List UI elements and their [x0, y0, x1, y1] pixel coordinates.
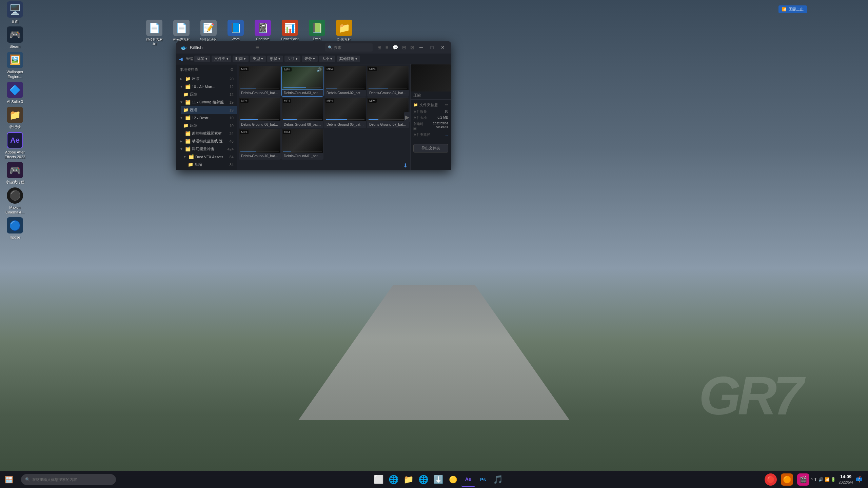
start-button[interactable]: 🪟: [3, 473, 15, 486]
filter-other[interactable]: 其他筛选 ▾: [337, 56, 360, 62]
wallpaper-icon-img: 🖼️: [7, 52, 23, 68]
folder-icon-destr: 🗂️: [185, 115, 191, 120]
taskbar-search-input[interactable]: [32, 477, 112, 482]
filter-tags[interactable]: 标签 ▾: [194, 56, 210, 62]
media-label-m5: Debris-Ground-06_batch: [239, 121, 280, 128]
back-icon[interactable]: ◀: [179, 56, 183, 62]
taskbar-app-taskview[interactable]: ⬜: [372, 472, 386, 487]
sidebar-item-compress-cyborg[interactable]: 📁 压缩 19: [181, 106, 237, 114]
taskbar-app-edge2[interactable]: 🌐: [416, 472, 431, 487]
dock-app-pink[interactable]: 🎬: [797, 473, 809, 486]
file-path-key: 文件夹路径: [413, 133, 430, 137]
grid-icon[interactable]: ⊞: [377, 45, 381, 50]
desktop-icon-illpose[interactable]: 🔵 lllpose: [1, 216, 28, 241]
sidebar-item-compress-airman[interactable]: 📁 压缩 12: [181, 90, 237, 98]
media-item-m6[interactable]: MP4 Debris-Ground-08_batch: [281, 97, 323, 128]
desktop-icon-label: 桌面: [11, 19, 19, 24]
sidebar-item-compress-destr[interactable]: 📁 压缩 10: [181, 122, 237, 129]
desktop-icon-ae[interactable]: Ae Adobe AfterEffects 2022: [1, 131, 28, 161]
top-app-img: 📄: [146, 20, 162, 36]
content-area: MP4 Debris-Ground-09_batch MP4 🔊 Debris-…: [237, 64, 410, 170]
list-icon[interactable]: ≡: [386, 45, 388, 50]
taskbar-app-downloads[interactable]: ⬇️: [431, 472, 446, 487]
desktop-icon-aisuite[interactable]: 🔷 AI Suite 3: [1, 80, 28, 105]
media-badge-m2: MP4: [283, 67, 292, 72]
sidebar-item-animevfx[interactable]: ▶ 🗂️ 动漫特效蓝跑线 速... 46: [176, 137, 237, 145]
illpose-icon-img: 🔵: [7, 217, 23, 233]
media-item-m10[interactable]: MP4 Debris-Ground-01_batch: [281, 129, 323, 160]
media-item-m8[interactable]: MP4 Debris-Ground-07_batch: [367, 97, 409, 128]
media-item-m1[interactable]: MP4 Debris-Ground-09_batch: [239, 66, 281, 97]
taskbar-app-media[interactable]: 🎵: [491, 472, 505, 487]
taskbar-app-chrome[interactable]: 🟡: [446, 472, 460, 487]
top-app-img7: 📗: [309, 20, 325, 36]
media-item-m4[interactable]: MP4 Debris-Ground-04_batch: [367, 66, 409, 97]
desktop-icon-records[interactable]: 📁 收纪录: [1, 105, 28, 130]
filter-size[interactable]: 尺寸 ▾: [284, 56, 300, 62]
file-info-title-text: 文件夹信息: [419, 102, 438, 107]
cols-icon[interactable]: ⊟: [402, 45, 406, 50]
tray-notification[interactable]: 📫: [856, 476, 863, 483]
taskbar-app-explorer[interactable]: 📁: [401, 472, 416, 487]
sidebar-item-scifi[interactable]: ▼ 🗂️ 科幻能量冲击... 424: [176, 145, 237, 153]
sidebar-item-cyborg[interactable]: ▼ 🗂️ 11 - Cyborg 编射服 19: [176, 98, 237, 106]
sidebar-item-destr[interactable]: ▼ 🗂️ 12 - Destr... 10: [176, 114, 237, 122]
ae-icon-img: Ae: [7, 132, 23, 148]
media-item-m2[interactable]: MP4 🔊 Debris-Ground-03_batch: [281, 66, 323, 97]
filter-time[interactable]: 时间 ▾: [233, 56, 249, 62]
top-app-label4: Word: [232, 37, 240, 41]
download-icon[interactable]: ⬇: [403, 162, 408, 169]
file-info-row-size: 文件大小 6.2 MB: [413, 116, 448, 120]
expand-icon-airman: ▼: [180, 85, 184, 88]
filter-type[interactable]: 类型 ▾: [250, 56, 266, 62]
chat-icon[interactable]: 💬: [392, 45, 398, 50]
close-button[interactable]: ✕: [439, 43, 447, 52]
minimize-button[interactable]: ─: [417, 43, 425, 52]
file-size-val: 6.2 MB: [437, 116, 448, 120]
media-item-m7[interactable]: MP4 Debris-Ground-05_batch: [324, 97, 366, 128]
sidebar-item-dustvfx[interactable]: ▼ 🗂️ Dust VFX Assets 84: [181, 153, 237, 161]
billfish-icon: 🐟: [180, 44, 187, 51]
media-thumb-m8: MP4: [367, 98, 409, 121]
sidebar-item-funvfx[interactable]: 🗂️ 趣味特效视觉素材 24: [176, 129, 237, 137]
sidebar-item-count-scifi: 424: [228, 147, 234, 151]
desktop-icon-maxon[interactable]: ⚫ MaxonCinema 4...: [1, 186, 28, 216]
media-item-m5[interactable]: MP4 Debris-Ground-06_batch: [239, 97, 281, 128]
scroll-right-btn[interactable]: ▶: [404, 112, 410, 122]
taskbar-app-ae[interactable]: Ae: [461, 472, 475, 487]
desktop-icon-wallpaper[interactable]: 🖼️ WallpaperEngine...: [1, 50, 28, 81]
sidebar-item-embers[interactable]: 🗂️ Embers VFX Assets 94: [181, 168, 237, 170]
filter-rating[interactable]: 评分 ▾: [302, 56, 318, 62]
billfish-window: 🐟 Billfish ☰ 🔍 ⊞ ≡ 💬 ⊟ ⊠ ─ □ ✕ ◀ 压缩 标签 ▾…: [176, 41, 451, 170]
export-button[interactable]: 导出文件夹: [413, 144, 448, 152]
media-item-m9[interactable]: MP4 Debris-Ground-10_batch: [239, 129, 281, 160]
top-app-word-doc[interactable]: 📄 宣传片素材.txt: [142, 20, 166, 47]
dock-app-red[interactable]: 🔴: [765, 473, 777, 486]
sidebar-settings-icon[interactable]: ⚙: [230, 67, 234, 72]
desktop-icon-steam[interactable]: 🎮 Steam: [1, 25, 28, 50]
top-app-img4: 📘: [228, 20, 244, 36]
hamburger-icon[interactable]: ☰: [255, 45, 259, 50]
sidebar-item-compress-dust[interactable]: 📁 压缩 84: [186, 161, 237, 168]
filter-folder[interactable]: 文件夹 ▾: [212, 56, 231, 62]
taskbar-app-edge[interactable]: 🌐: [387, 472, 401, 487]
sidebar-item-airman[interactable]: ▼ 🗂️ 10 - Air Man... 12: [176, 83, 237, 90]
media-badge-m4: MP4: [368, 67, 377, 71]
window-search[interactable]: 🔍: [325, 43, 373, 52]
taskbar-search[interactable]: 🔍: [21, 474, 116, 485]
dock-app-orange[interactable]: 🟠: [781, 473, 793, 486]
sidebar-item-count-compress-destr: 10: [230, 124, 234, 128]
filter-filesize[interactable]: 大小 ▾: [319, 56, 335, 62]
taskbar-app-ps[interactable]: Ps: [476, 472, 490, 487]
media-item-m3[interactable]: MP4 Debris-Ground-02_batch: [324, 66, 366, 97]
top-app-label: 宣传片素材.txt: [146, 37, 163, 46]
search-input[interactable]: [334, 45, 370, 49]
sidebar-item-compress0[interactable]: ▶ 📁 压缩 20: [176, 75, 237, 83]
edit-icon[interactable]: ✏: [445, 103, 448, 107]
desktop-icon-desktop[interactable]: 🖥️ 桌面: [1, 0, 28, 25]
expand-icon[interactable]: ⊠: [410, 45, 414, 50]
desktop-icon-wegame[interactable]: 🎮 小游戏行程: [1, 161, 28, 186]
folder-icon-compress-airman: 📁: [183, 92, 189, 97]
maximize-button[interactable]: □: [428, 43, 436, 52]
filter-shape[interactable]: 形状 ▾: [267, 56, 283, 62]
